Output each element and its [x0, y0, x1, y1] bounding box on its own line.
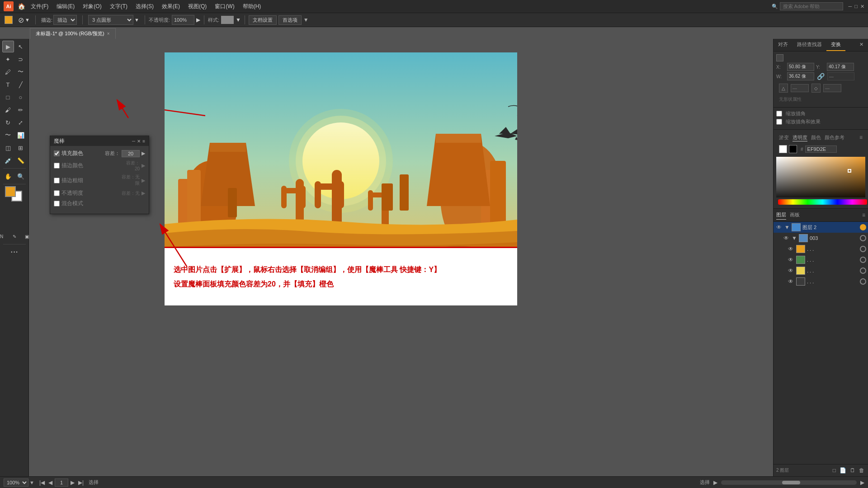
gradient-tool[interactable]: ◫ — [2, 142, 14, 154]
magic-wand-tool[interactable]: ✦ — [2, 53, 14, 65]
layer-green-row[interactable]: 👁 . . . — [774, 254, 868, 265]
measure-tool[interactable]: 📏 — [15, 155, 27, 166]
page-number-input[interactable] — [55, 479, 68, 487]
search-input[interactable] — [780, 2, 843, 10]
foreground-color-swatch[interactable] — [5, 186, 16, 197]
layer-003-target[interactable] — [860, 235, 866, 241]
tab-pathfinder[interactable]: 路径查找器 — [793, 39, 826, 51]
doc-setup-button[interactable]: 文档设置 — [249, 15, 277, 25]
menu-text[interactable]: 文字(T) — [106, 2, 131, 11]
menu-edit[interactable]: 编辑(E) — [53, 2, 78, 11]
stroke-style-dropdown[interactable]: 描边 — [53, 15, 77, 25]
layer-003-visibility[interactable]: 👁 — [783, 235, 790, 241]
stroke-width-checkbox[interactable] — [54, 178, 60, 183]
layer-003-expand[interactable]: ▼ — [792, 235, 797, 241]
mesh-tool[interactable]: ⊞ — [15, 142, 27, 154]
tab-align[interactable]: 对齐 — [774, 39, 793, 51]
normal-mode-btn[interactable]: N — [0, 230, 8, 242]
color-swatch-tab[interactable]: 淤变 — [779, 134, 789, 141]
curvature-tool[interactable]: 〜 — [15, 66, 27, 78]
horizontal-scrollbar[interactable] — [721, 480, 857, 485]
menu-help[interactable]: 帮助(H) — [239, 2, 265, 11]
stroke-color-arrow[interactable]: ▶ — [142, 163, 145, 169]
layer-yellow-target[interactable] — [860, 267, 866, 274]
hue-slider[interactable] — [778, 199, 867, 205]
restore-icon[interactable]: □ — [854, 4, 858, 9]
layers-menu-btn[interactable]: ≡ — [862, 212, 865, 218]
layer-2-target[interactable] — [860, 224, 866, 230]
color-picker-gradient[interactable] — [776, 157, 865, 197]
brush-style-select[interactable]: 描边: 描边 — [39, 14, 79, 26]
layer-yellow-row[interactable]: 👁 . . . — [774, 265, 868, 276]
style-color-box[interactable] — [221, 16, 234, 24]
panel-minimize-btn[interactable]: ─ — [132, 139, 135, 144]
menu-effect[interactable]: 效果(E) — [158, 2, 184, 11]
fill-color-checkbox[interactable] — [54, 150, 60, 156]
direct-selection-tool[interactable]: ↖ — [15, 41, 27, 52]
scroll-right-arrow[interactable]: ▶ — [860, 479, 864, 486]
rectangle-tool[interactable]: □ — [2, 91, 14, 103]
last-page-btn[interactable]: ▶| — [77, 479, 85, 486]
fill-color-box[interactable] — [5, 16, 13, 24]
drawing-mode-btn[interactable]: ✎ — [9, 230, 20, 242]
stroke-width-arrow[interactable]: ▶ — [142, 178, 145, 183]
color-tab[interactable]: 颜色 — [811, 134, 821, 141]
preferences-button[interactable]: 首选项 — [278, 15, 302, 25]
panel-close-btn[interactable]: ✕ — [137, 139, 141, 144]
tab-close-button[interactable]: × — [107, 31, 110, 36]
make-layer-mask-btn[interactable]: □ — [832, 466, 837, 474]
layer-green-target[interactable] — [860, 257, 866, 263]
white-swatch[interactable] — [779, 145, 787, 153]
fill-arrow-icon[interactable]: ▶ — [142, 150, 145, 156]
prev-page-btn[interactable]: ◀ — [47, 479, 54, 486]
fill-tolerance-input[interactable]: 20 — [122, 150, 140, 157]
y-input[interactable] — [827, 63, 854, 71]
stroke-color-checkbox[interactable] — [54, 163, 60, 169]
screen-mode-btn[interactable]: ▣ — [21, 230, 33, 242]
layer-2-visibility[interactable]: 👁 — [775, 224, 783, 230]
color-guide-tab[interactable]: 颜色参考 — [825, 134, 844, 141]
layer-dark-visibility[interactable]: 👁 — [787, 278, 794, 285]
lasso-tool[interactable]: ⊃ — [15, 53, 27, 65]
line-tool[interactable]: ╱ — [15, 79, 27, 90]
pen-tool[interactable]: 🖊 — [2, 66, 14, 78]
layer-dark-row[interactable]: 👁 . . . — [774, 276, 868, 287]
menu-select[interactable]: 选择(S) — [132, 2, 157, 11]
new-sublayer-btn[interactable]: 📄 — [839, 466, 847, 474]
zoom-tool[interactable]: 🔍 — [15, 170, 27, 182]
opacity-input[interactable] — [172, 15, 194, 25]
layer-2-expand[interactable]: ▼ — [784, 224, 790, 230]
scale-tool[interactable]: ⤢ — [15, 117, 27, 128]
first-page-btn[interactable]: |◀ — [38, 479, 46, 486]
pencil-tool[interactable]: ✏ — [15, 104, 27, 116]
artboard-tab[interactable]: 画板 — [790, 211, 800, 220]
panel-menu-btn[interactable]: ≡ — [142, 139, 145, 144]
brush-type-select[interactable]: 3 点圆形 ▼ — [86, 14, 141, 26]
close-icon[interactable]: ✕ — [860, 4, 864, 9]
opacity-arrow[interactable]: ▶ — [142, 190, 145, 196]
layer-dark-target[interactable] — [860, 278, 866, 285]
color-hex-input[interactable]: EF9D2E — [805, 145, 837, 153]
color-panel-menu[interactable]: ≡ — [859, 134, 863, 141]
brush-type-dropdown[interactable]: 3 点圆形 — [88, 15, 133, 25]
layer-orange-visibility[interactable]: 👁 — [787, 246, 794, 252]
layer-green-visibility[interactable]: 👁 — [787, 257, 794, 263]
shear-input[interactable] — [823, 84, 841, 92]
rotate-tool[interactable]: ↻ — [2, 117, 14, 128]
scale-strokes-checkbox[interactable] — [776, 111, 782, 117]
layer-003-row[interactable]: 👁 ▼ 003 — [774, 233, 868, 244]
zoom-select[interactable]: 100% — [4, 479, 28, 487]
document-tab[interactable]: 未标题-1* @ 100% (RGB/预览) × — [30, 28, 116, 39]
scale-effects-checkbox[interactable] — [776, 119, 782, 125]
zoom-control[interactable]: 100% ▼ — [4, 479, 34, 487]
next-page-btn[interactable]: ▶ — [69, 479, 76, 486]
layer-yellow-visibility[interactable]: 👁 — [787, 267, 794, 274]
eyedropper-tool[interactable]: 💉 — [2, 155, 14, 166]
home-icon[interactable]: 🏠 — [16, 1, 26, 11]
w-input[interactable] — [787, 72, 814, 80]
text-tool[interactable]: T — [2, 79, 14, 90]
hand-tool[interactable]: ✋ — [2, 170, 14, 182]
layer-2-row[interactable]: 👁 ▼ 图层 2 — [774, 222, 868, 233]
ellipse-tool[interactable]: ○ — [15, 91, 27, 103]
minimize-icon[interactable]: ─ — [849, 4, 852, 9]
